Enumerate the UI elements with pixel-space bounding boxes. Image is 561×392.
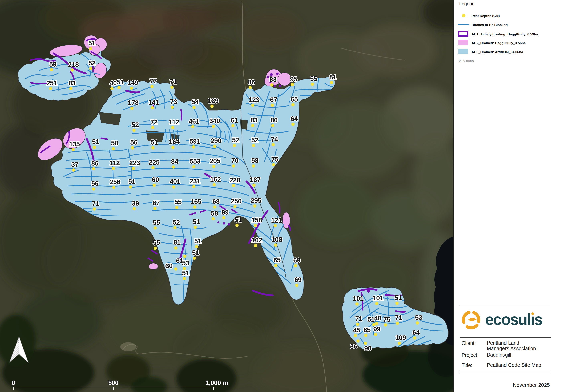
- peat-depth-point[interactable]: [153, 184, 156, 187]
- peat-depth-point[interactable]: [172, 185, 175, 189]
- peat-depth-point[interactable]: [130, 87, 133, 90]
- peat-depth-point[interactable]: [133, 207, 136, 210]
- map-svg[interactable]: 5159218522518340511497771868395558117814…: [0, 0, 453, 392]
- peat-depth-point[interactable]: [254, 224, 257, 227]
- peat-depth-point[interactable]: [249, 86, 252, 89]
- peat-depth-point[interactable]: [192, 165, 195, 168]
- peat-depth-point[interactable]: [274, 224, 277, 228]
- peat-depth-point[interactable]: [395, 302, 399, 305]
- peat-depth-point[interactable]: [92, 167, 95, 170]
- peat-depth-point[interactable]: [171, 146, 174, 149]
- peat-depth-point[interactable]: [69, 87, 72, 90]
- peat-depth-point[interactable]: [192, 185, 195, 188]
- peat-depth-point[interactable]: [213, 183, 216, 186]
- peat-depth-point[interactable]: [413, 337, 416, 340]
- peat-depth-point[interactable]: [151, 106, 154, 109]
- peat-depth-point[interactable]: [252, 184, 256, 187]
- peat-depth-point[interactable]: [154, 227, 157, 230]
- peat-depth-point[interactable]: [251, 104, 254, 107]
- peat-depth-point[interactable]: [172, 165, 175, 169]
- peat-depth-point[interactable]: [384, 324, 387, 327]
- peat-depth-point[interactable]: [173, 226, 176, 229]
- peat-depth-point[interactable]: [235, 224, 239, 227]
- map-canvas[interactable]: 5159218522518340511497771868395558117814…: [0, 0, 453, 392]
- peat-depth-point[interactable]: [291, 123, 294, 126]
- peat-depth-point[interactable]: [254, 244, 257, 247]
- peat-depth-point[interactable]: [212, 125, 215, 128]
- peat-depth-point[interactable]: [253, 204, 257, 208]
- peat-depth-point[interactable]: [398, 342, 401, 345]
- peat-depth-point[interactable]: [194, 226, 197, 229]
- peat-depth-point[interactable]: [356, 302, 359, 306]
- peat-depth-point[interactable]: [93, 207, 96, 211]
- peat-depth-point[interactable]: [232, 184, 235, 187]
- peat-depth-point[interactable]: [291, 103, 294, 106]
- peat-depth-point[interactable]: [112, 167, 115, 170]
- peat-depth-point[interactable]: [233, 144, 236, 147]
- peat-depth-point[interactable]: [174, 246, 177, 250]
- peat-depth-point[interactable]: [72, 148, 75, 151]
- peat-depth-point[interactable]: [171, 106, 174, 109]
- peat-depth-point[interactable]: [374, 333, 377, 336]
- peat-depth-point[interactable]: [212, 165, 216, 168]
- peat-depth-point[interactable]: [174, 267, 177, 271]
- peat-depth-point[interactable]: [295, 283, 298, 287]
- peat-depth-point[interactable]: [175, 206, 178, 209]
- peat-depth-point[interactable]: [291, 83, 294, 86]
- peat-depth-point[interactable]: [89, 67, 92, 70]
- peat-depth-point[interactable]: [71, 68, 74, 72]
- peat-depth-point[interactable]: [232, 164, 235, 168]
- peat-depth-point[interactable]: [252, 164, 255, 168]
- peat-depth-point[interactable]: [151, 166, 155, 169]
- peat-depth-point[interactable]: [191, 125, 194, 129]
- peat-depth-point[interactable]: [151, 126, 154, 129]
- peat-depth-point[interactable]: [193, 206, 196, 209]
- peat-depth-point[interactable]: [354, 334, 357, 337]
- peat-depth-point[interactable]: [272, 143, 275, 146]
- peat-depth-point[interactable]: [330, 81, 333, 84]
- peat-depth-point[interactable]: [112, 147, 115, 150]
- peat-depth-point[interactable]: [210, 105, 214, 108]
- peat-depth-point[interactable]: [294, 264, 297, 267]
- peat-depth-point[interactable]: [151, 146, 155, 150]
- peat-depth-point[interactable]: [271, 124, 274, 127]
- peat-depth-point[interactable]: [272, 163, 275, 166]
- peat-depth-point[interactable]: [93, 146, 96, 149]
- peat-depth-point[interactable]: [183, 277, 186, 280]
- peat-depth-point[interactable]: [356, 323, 359, 326]
- peat-depth-point[interactable]: [154, 247, 157, 250]
- peat-depth-point[interactable]: [92, 187, 95, 191]
- peat-depth-point[interactable]: [151, 85, 154, 88]
- peat-depth-point[interactable]: [131, 146, 134, 150]
- peat-depth-point[interactable]: [274, 243, 277, 247]
- peat-depth-point[interactable]: [132, 129, 136, 132]
- peat-depth-point[interactable]: [50, 68, 53, 71]
- peat-depth-point[interactable]: [183, 254, 186, 258]
- peat-depth-point[interactable]: [311, 83, 314, 86]
- peat-depth-point[interactable]: [195, 245, 198, 248]
- peat-depth-point[interactable]: [192, 106, 195, 109]
- peat-depth-point[interactable]: [110, 87, 114, 90]
- peat-depth-point[interactable]: [193, 257, 196, 260]
- peat-depth-point[interactable]: [356, 339, 360, 343]
- peat-depth-point[interactable]: [271, 104, 274, 107]
- peat-depth-point[interactable]: [153, 207, 157, 210]
- peat-depth-point[interactable]: [212, 217, 215, 220]
- peat-depth-point[interactable]: [274, 264, 278, 267]
- peat-depth-point[interactable]: [89, 47, 92, 50]
- peat-depth-point[interactable]: [396, 322, 399, 325]
- peat-depth-point[interactable]: [118, 86, 121, 89]
- peat-depth-point[interactable]: [132, 167, 135, 170]
- peat-depth-point[interactable]: [416, 321, 419, 325]
- peat-depth-point[interactable]: [213, 206, 216, 209]
- peat-depth-point[interactable]: [72, 168, 75, 172]
- peat-depth-point[interactable]: [213, 145, 216, 148]
- peat-depth-point[interactable]: [375, 302, 378, 305]
- peat-depth-point[interactable]: [49, 87, 52, 90]
- peat-depth-point[interactable]: [233, 205, 237, 208]
- peat-depth-point[interactable]: [270, 83, 273, 87]
- peat-depth-point[interactable]: [222, 216, 225, 219]
- peat-depth-point[interactable]: [171, 126, 174, 129]
- peat-depth-point[interactable]: [375, 322, 378, 325]
- peat-depth-point[interactable]: [251, 124, 254, 127]
